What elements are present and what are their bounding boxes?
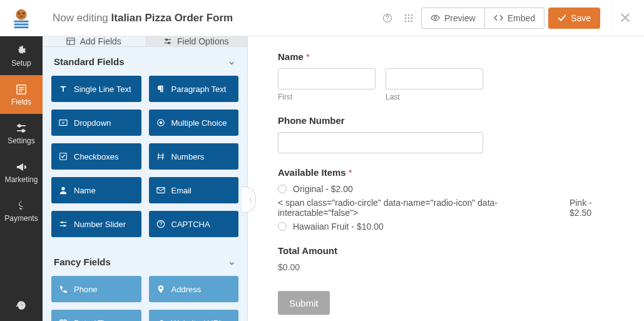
check-icon [558, 14, 566, 23]
svg-point-45 [160, 225, 161, 226]
group-standard-fields[interactable]: Standard Fields ⌄ [43, 47, 247, 76]
field-label: Multiple Choice [171, 118, 227, 128]
tab-add-fields[interactable]: Add Fields [43, 36, 145, 46]
field-label: Phone [74, 285, 98, 294]
svg-point-16 [408, 20, 410, 22]
field-label: Email [171, 186, 192, 195]
svg-rect-4 [14, 20, 29, 22]
svg-point-13 [408, 17, 410, 19]
rail-setup[interactable]: Setup [0, 36, 43, 75]
rail-fields[interactable]: Fields [0, 75, 43, 114]
field-name[interactable]: Name [51, 177, 141, 203]
option-label: Original - $2.00 [293, 184, 353, 194]
svg-point-24 [18, 125, 21, 127]
svg-point-18 [434, 17, 437, 19]
required-marker: * [306, 51, 310, 62]
field-checkboxes[interactable]: Checkboxes [51, 143, 141, 170]
rail-revisions[interactable] [0, 290, 43, 321]
radio-icon [278, 185, 287, 193]
preview-label: Preview [444, 13, 476, 23]
field-paragraph-text[interactable]: Paragraph Text [149, 76, 239, 102]
field-label: Total Amount [278, 245, 614, 256]
last-name-input[interactable] [386, 68, 483, 89]
submit-button[interactable]: Submit [278, 291, 330, 315]
rail-label: Fields [11, 98, 31, 106]
svg-point-0 [16, 9, 26, 19]
field-email[interactable]: Email [149, 177, 239, 203]
item-option[interactable]: Hawaiian Fruit - $10.00 [278, 222, 614, 232]
field-captcha[interactable]: CAPTCHA [149, 211, 239, 237]
app-logo [0, 0, 43, 36]
left-rail: Setup Fields Settings Marketing Payments [0, 36, 43, 321]
field-label: Available Items [278, 167, 346, 178]
layout-icon [66, 37, 75, 46]
field-multiple-choice[interactable]: Multiple Choice [149, 110, 239, 136]
rail-label: Payments [4, 214, 38, 223]
field-label: Single Line Text [74, 84, 131, 94]
field-website-url[interactable]: Website / URL [149, 310, 239, 321]
save-button[interactable]: Save [548, 8, 600, 29]
paragraph-icon [156, 84, 165, 93]
embed-label: Embed [508, 13, 535, 23]
tab-field-options[interactable]: Field Options [145, 36, 248, 46]
svg-point-11 [411, 14, 413, 16]
link-icon [156, 318, 165, 321]
field-label: Checkboxes [74, 152, 119, 161]
svg-point-36 [159, 121, 161, 124]
hash-icon [156, 152, 165, 161]
sliders-icon [15, 122, 28, 135]
group-fancy-fields[interactable]: Fancy Fields ⌄ [43, 247, 247, 276]
field-date-time[interactable]: Date / Time [51, 310, 141, 321]
phone-input[interactable] [278, 132, 483, 153]
preview-field-items[interactable]: Available Items * Original - $2.00 < spa… [278, 167, 614, 232]
svg-point-15 [405, 20, 407, 22]
field-number-slider[interactable]: Number Slider [51, 211, 141, 237]
preview-button[interactable]: Preview [421, 8, 485, 29]
rail-label: Setup [11, 59, 31, 68]
field-numbers[interactable]: Numbers [149, 143, 239, 170]
form-preview: Name * First Last Phone Number Available… [248, 36, 644, 321]
field-dropdown[interactable]: Dropdown [51, 110, 141, 136]
apps-grid-icon[interactable] [400, 9, 417, 27]
preview-field-name[interactable]: Name * First Last [278, 51, 614, 101]
field-phone[interactable]: Phone [51, 276, 141, 302]
preview-field-phone[interactable]: Phone Number [278, 115, 614, 153]
item-option[interactable]: Original - $2.00 [278, 184, 614, 194]
close-icon[interactable]: ✕ [611, 0, 634, 36]
rail-payments[interactable]: Payments [0, 191, 43, 230]
rail-marketing[interactable]: Marketing [0, 153, 43, 191]
field-address[interactable]: Address [149, 276, 239, 302]
item-option[interactable]: < span class="radio-circle" data-name="r… [278, 198, 614, 218]
svg-point-1 [18, 12, 20, 14]
embed-button[interactable]: Embed [485, 8, 544, 29]
sublabel-first: First [278, 93, 376, 101]
dollar-icon [15, 200, 28, 212]
svg-rect-34 [59, 120, 67, 126]
eye-icon [431, 13, 440, 23]
chevron-down-icon: ⌄ [228, 256, 236, 267]
rail-settings[interactable]: Settings [0, 114, 43, 153]
first-name-input[interactable] [278, 68, 376, 89]
slider-icon [59, 220, 68, 228]
preview-field-total[interactable]: Total Amount $0.00 [278, 245, 614, 272]
radio-icon [278, 222, 287, 231]
svg-point-33 [168, 42, 170, 44]
option-label: Hawaiian Fruit - $10.00 [293, 222, 384, 232]
svg-point-17 [411, 20, 413, 22]
form-icon [15, 83, 28, 96]
svg-rect-39 [156, 188, 164, 193]
field-label: Number Slider [74, 220, 126, 229]
field-label: Dropdown [74, 118, 111, 128]
svg-point-9 [405, 14, 407, 16]
help-icon[interactable] [379, 9, 396, 27]
svg-point-43 [63, 225, 65, 227]
svg-point-2 [23, 12, 24, 14]
field-label: CAPTCHA [171, 220, 210, 229]
svg-point-26 [22, 130, 24, 132]
field-label: Name [74, 186, 96, 195]
save-label: Save [571, 13, 591, 23]
svg-point-3 [19, 15, 23, 18]
field-single-line-text[interactable]: Single Line Text [51, 76, 141, 102]
sublabel-last: Last [386, 93, 483, 101]
dropdown-icon [59, 118, 68, 127]
